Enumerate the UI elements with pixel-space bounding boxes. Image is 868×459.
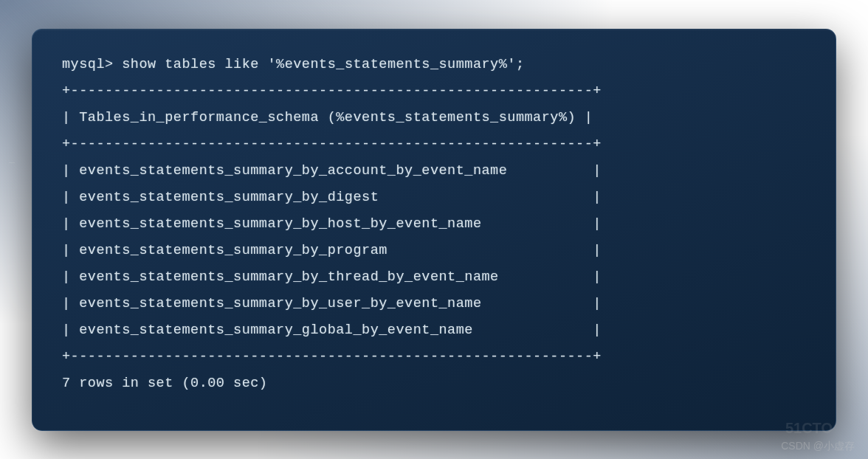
table-border-top: +---------------------------------------… (62, 83, 602, 99)
watermark-text: CSDN @小虚存 (781, 440, 855, 453)
table-row: | events_statements_summary_global_by_ev… (62, 322, 602, 338)
sql-command: show tables like '%events_statements_sum… (122, 57, 524, 72)
table-border-bottom: +---------------------------------------… (62, 349, 602, 365)
table-row: | events_statements_summary_by_digest | (62, 190, 602, 205)
watermark-background: 51CTO (785, 420, 833, 437)
table-row: | events_statements_summary_by_user_by_e… (62, 296, 602, 311)
table-row: | events_statements_summary_by_thread_by… (62, 269, 602, 285)
table-border-mid: +---------------------------------------… (62, 137, 602, 152)
table-row: | events_statements_summary_by_program | (62, 243, 602, 258)
terminal-window: mysql> show tables like '%events_stateme… (32, 29, 836, 431)
table-row: | events_statements_summary_by_account_b… (62, 163, 602, 179)
table-row: | events_statements_summary_by_host_by_e… (62, 216, 602, 232)
table-header: | Tables_in_performance_schema (%events_… (62, 110, 593, 125)
result-footer: 7 rows in set (0.00 sec) (62, 376, 267, 391)
decorative-edge-marks (0, 0, 22, 459)
terminal-output: mysql> show tables like '%events_stateme… (62, 52, 806, 398)
mysql-prompt: mysql> (62, 57, 114, 72)
